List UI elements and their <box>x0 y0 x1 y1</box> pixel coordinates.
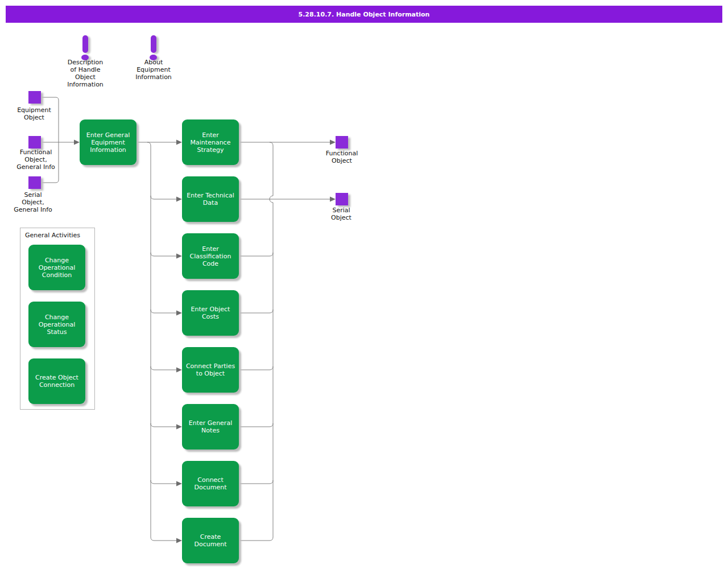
input-serial-object-label: Serial Object, General Info <box>2 191 64 213</box>
general-activities-title: General Activities <box>25 232 80 239</box>
exclamation-icon[interactable] <box>82 35 88 53</box>
input-equipment-object-icon[interactable] <box>28 91 41 104</box>
output-serial-object-label: Serial Object <box>310 207 373 221</box>
output-functional-object-icon[interactable] <box>336 136 348 149</box>
step-change-operational-condition[interactable]: Change Operational Condition <box>28 245 85 290</box>
step-enter-classification-code[interactable]: Enter Classification Code <box>182 233 239 279</box>
step-enter-general-equipment-information[interactable]: Enter General Equipment Information <box>80 119 136 165</box>
step-change-operational-status[interactable]: Change Operational Status <box>28 302 85 347</box>
input-serial-object-icon[interactable] <box>28 176 41 189</box>
input-equipment-object-label: Equipment Object <box>3 106 65 121</box>
step-create-object-connection[interactable]: Create Object Connection <box>28 358 85 404</box>
diagram-title: 5.28.10.7. Handle Object Information <box>299 11 430 18</box>
note-label-about-equipment-information: About Equipment Information <box>122 59 185 81</box>
input-functional-object-icon[interactable] <box>28 136 41 149</box>
diagram-title-bar: 5.28.10.7. Handle Object Information <box>6 6 722 23</box>
output-functional-object-label: Functional Object <box>311 150 373 164</box>
input-functional-object-label: Functional Object, General Info <box>5 149 67 171</box>
output-serial-object-icon[interactable] <box>336 193 348 205</box>
step-connect-parties-to-object[interactable]: Connect Parties to Object <box>182 347 239 393</box>
step-enter-maintenance-strategy[interactable]: Enter Maintenance Strategy <box>182 119 239 165</box>
note-label-description-of-handle-object-information: Description of Handle Object Information <box>54 59 117 88</box>
exclamation-icon[interactable] <box>151 35 156 53</box>
step-create-document[interactable]: Create Document <box>182 518 239 563</box>
step-enter-general-notes[interactable]: Enter General Notes <box>182 404 239 450</box>
step-enter-object-costs[interactable]: Enter Object Costs <box>182 290 239 336</box>
step-enter-technical-data[interactable]: Enter Technical Data <box>182 176 239 222</box>
step-connect-document[interactable]: Connect Document <box>182 461 239 506</box>
